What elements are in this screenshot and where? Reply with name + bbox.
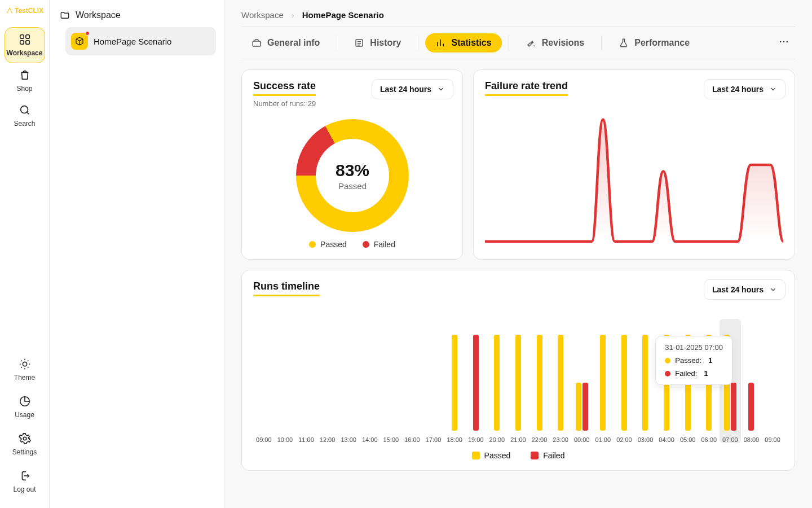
breadcrumb-root[interactable]: Workspace	[241, 10, 284, 20]
timeline-tooltip: 31-01-2025 07:00 Passed:1 Failed:1	[655, 336, 732, 385]
range-select-success[interactable]: Last 24 hours	[372, 79, 453, 99]
tabbar: General info History Statistics Revision…	[241, 27, 795, 59]
card-success-rate: Success rate Number of runs: 29 Last 24 …	[241, 69, 463, 260]
tooltip-swatch-fail-icon	[665, 371, 670, 376]
svg-rect-2	[20, 41, 23, 44]
timeline-legend: Passed Failed	[253, 451, 783, 460]
timeline-slot[interactable]: 12:00	[317, 319, 338, 443]
range-select-failure-label: Last 24 hours	[712, 85, 764, 94]
timeline-slot[interactable]: 13:00	[338, 319, 359, 443]
timeline-xlabel: 20:00	[489, 436, 505, 443]
timeline-slot[interactable]: 17:00	[423, 319, 444, 443]
brand-icon	[6, 7, 14, 15]
rail-workspace[interactable]: Workspace	[5, 27, 45, 63]
timeline-xlabel: 16:00	[404, 436, 420, 443]
tree-node-homepage-scenario[interactable]: HomePage Scenario	[65, 27, 216, 55]
timeline-xlabel: 00:00	[574, 436, 590, 443]
rail-workspace-label: Workspace	[7, 49, 43, 57]
timeline-slot[interactable]: 16:00	[401, 319, 423, 443]
success-rate-percent: 83%	[335, 161, 369, 180]
timeline-slot[interactable]: 01:00	[593, 319, 614, 443]
tools-icon	[526, 38, 536, 48]
rail-shop[interactable]: Shop	[5, 63, 45, 98]
pie-icon	[19, 395, 31, 408]
timeline-xlabel: 01:00	[595, 436, 611, 443]
timeline-slot[interactable]: 10:00	[275, 319, 296, 443]
bar-passed	[558, 335, 563, 431]
bar-failed	[582, 383, 588, 431]
tab-performance[interactable]: Performance	[608, 33, 700, 52]
range-select-success-label: Last 24 hours	[380, 85, 431, 94]
timeline-xlabel: 13:00	[341, 436, 356, 443]
bar-passed	[642, 335, 648, 431]
card-success-rate-title: Success rate	[253, 80, 316, 96]
timeline-xlabel: 07:00	[722, 436, 738, 443]
timeline-slot[interactable]: 02:00	[614, 319, 635, 443]
tooltip-failed-label: Failed:	[675, 369, 697, 378]
list-icon	[354, 38, 364, 48]
dots-horizontal-icon	[778, 36, 789, 47]
timeline-xlabel: 18:00	[447, 436, 462, 443]
tooltip-title: 31-01-2025 07:00	[665, 343, 723, 352]
tooltip-passed-label: Passed:	[675, 356, 701, 365]
tab-revisions[interactable]: Revisions	[516, 33, 595, 52]
rail-theme[interactable]: Theme	[5, 352, 45, 387]
rail-settings[interactable]: Settings	[5, 427, 45, 462]
rail-search-label: Search	[14, 120, 35, 128]
timeline-slot[interactable]: 08:00	[741, 319, 762, 443]
timeline-slot[interactable]: 14:00	[359, 319, 381, 443]
legend-swatch-fail-icon	[531, 452, 539, 459]
timeline-xlabel: 04:00	[659, 436, 674, 443]
timeline-slot[interactable]: 18:00	[444, 319, 465, 443]
svg-point-11	[787, 41, 788, 43]
timeline-legend-failed-label: Failed	[543, 451, 564, 460]
tab-revisions-label: Revisions	[542, 38, 585, 48]
svg-rect-1	[25, 35, 29, 38]
timeline-xlabel: 23:00	[553, 436, 568, 443]
bar-passed	[452, 335, 457, 431]
bar-passed	[600, 335, 606, 431]
bag-icon	[19, 69, 31, 81]
logout-icon	[19, 470, 31, 482]
bar-passed	[537, 335, 542, 431]
rail-usage[interactable]: Usage	[5, 389, 45, 424]
timeline-slot[interactable]: 09:00	[762, 319, 783, 443]
status-dot-icon	[85, 31, 90, 36]
svg-rect-7	[253, 41, 261, 46]
legend-failed-label: Failed	[374, 240, 395, 249]
timeline-slot[interactable]: 03:00	[635, 319, 656, 443]
tree-root[interactable]: Workspace	[58, 8, 216, 27]
range-select-failure[interactable]: Last 24 hours	[704, 79, 785, 99]
grid-icon	[19, 33, 31, 46]
sun-icon	[19, 358, 31, 370]
timeline-slot[interactable]: 19:00	[465, 319, 487, 443]
tab-general-label: General info	[267, 38, 320, 48]
tab-history[interactable]: History	[344, 33, 411, 52]
timeline-slot[interactable]: 20:00	[487, 319, 508, 443]
rail-logout-label: Log out	[13, 485, 36, 493]
timeline-slot[interactable]: 22:00	[529, 319, 550, 443]
rail-search[interactable]: Search	[5, 98, 45, 133]
tab-general-info[interactable]: General info	[241, 33, 330, 52]
timeline-slot[interactable]: 11:00	[295, 319, 317, 443]
rail-logout[interactable]: Log out	[5, 464, 45, 499]
bar-failed	[473, 335, 479, 431]
timeline-slot[interactable]: 23:00	[550, 319, 571, 443]
timeline-slot[interactable]: 09:00	[253, 319, 275, 443]
cube-icon	[74, 36, 85, 46]
gear-icon	[19, 432, 31, 445]
failure-trend-chart	[485, 113, 783, 243]
card-failure-trend: Failure rate trend Last 24 hours	[473, 69, 795, 260]
tab-statistics[interactable]: Statistics	[425, 33, 501, 52]
timeline-slot[interactable]: 15:00	[381, 319, 402, 443]
svg-rect-0	[20, 35, 23, 38]
more-menu[interactable]	[773, 33, 795, 53]
timeline-xlabel: 08:00	[744, 436, 760, 443]
timeline-xlabel: 02:00	[616, 436, 632, 443]
bar-passed	[515, 335, 521, 431]
timeline-slot[interactable]: 00:00	[571, 319, 593, 443]
timeline-xlabel: 05:00	[680, 436, 696, 443]
main-content: Workspace › HomePage Scenario General in…	[224, 0, 812, 508]
timeline-slot[interactable]: 21:00	[508, 319, 529, 443]
range-select-timeline[interactable]: Last 24 hours	[704, 279, 785, 300]
